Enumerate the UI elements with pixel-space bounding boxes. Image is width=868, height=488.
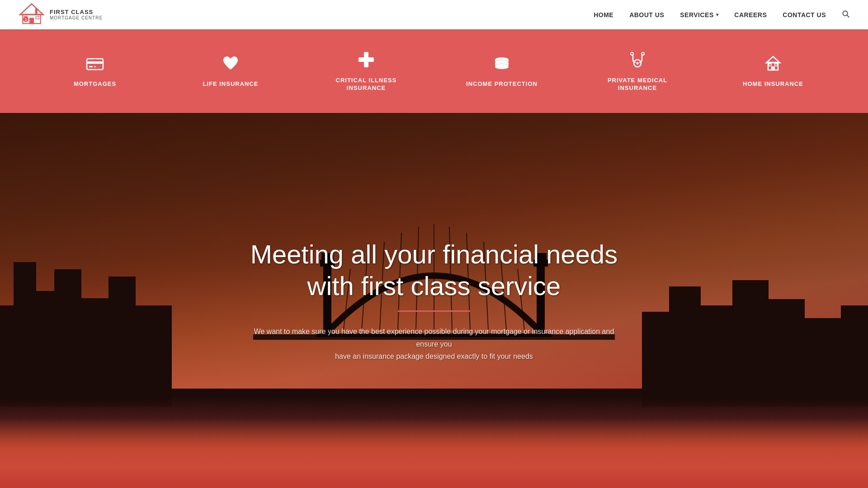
svg-point-27 <box>637 62 639 64</box>
svg-rect-30 <box>771 66 775 70</box>
critical-illness-label: CRITICAL ILLNESSINSURANCE <box>336 77 397 92</box>
search-icon[interactable] <box>842 10 850 20</box>
svg-text:$: $ <box>94 58 96 61</box>
svg-rect-11 <box>87 61 103 64</box>
income-protection-label: INCOME PROTECTION <box>466 80 538 88</box>
nav-about[interactable]: ABOUT US <box>629 11 664 19</box>
hero-content: Meeting all your financial needswith fir… <box>231 239 637 362</box>
home-insurance-icon <box>764 54 782 75</box>
services-dropdown-arrow: ▾ <box>716 12 719 17</box>
svg-text:1: 1 <box>25 18 27 22</box>
service-home-insurance[interactable]: HOME INSURANCE <box>705 54 841 88</box>
nav-home[interactable]: HOME <box>594 11 613 19</box>
svg-rect-4 <box>36 16 39 19</box>
critical-illness-icon <box>357 51 375 71</box>
svg-point-8 <box>843 11 848 16</box>
hero-divider <box>398 310 470 312</box>
logo-text: FIRST CLASS MORTGAGE CENTRE <box>50 9 103 20</box>
logo[interactable]: 1 FIRST CLASS MORTGAGE CENTRE <box>18 2 103 27</box>
life-insurance-label: LIFE INSURANCE <box>203 80 258 88</box>
svg-rect-32 <box>775 64 777 66</box>
private-medical-icon <box>628 51 646 71</box>
nav-careers[interactable]: CAREERS <box>734 11 767 19</box>
service-income-protection[interactable]: INCOME PROTECTION <box>434 54 570 88</box>
service-private-medical[interactable]: PRIVATE MEDICALINSURANCE <box>570 51 705 92</box>
svg-rect-31 <box>769 64 771 66</box>
nav-contact[interactable]: CONTACT US <box>783 11 826 19</box>
site-header: 1 FIRST CLASS MORTGAGE CENTRE HOME ABOUT… <box>0 0 868 29</box>
mortgages-label: MORTGAGES <box>74 80 116 88</box>
hero-red-overlay <box>0 398 868 488</box>
home-insurance-label: HOME INSURANCE <box>743 80 803 88</box>
service-critical-illness[interactable]: CRITICAL ILLNESSINSURANCE <box>298 51 434 92</box>
svg-marker-0 <box>20 4 43 15</box>
income-protection-icon <box>493 54 511 75</box>
service-life-insurance[interactable]: LIFE INSURANCE <box>163 54 298 88</box>
mortgages-icon: $ <box>86 54 104 75</box>
hero-subtitle: We want to make sure you have the best e… <box>249 325 619 362</box>
hero-title: Meeting all your financial needswith fir… <box>249 239 619 301</box>
private-medical-label: PRIVATE MEDICALINSURANCE <box>608 77 667 92</box>
main-nav: HOME ABOUT US SERVICES ▾ CAREERS CONTACT… <box>594 10 850 20</box>
svg-line-9 <box>847 15 849 17</box>
svg-point-26 <box>642 52 644 55</box>
svg-point-23 <box>495 65 509 69</box>
svg-rect-2 <box>29 18 34 23</box>
life-insurance-icon <box>222 54 240 75</box>
svg-rect-16 <box>359 57 374 62</box>
hero-section: Meeting all your financial needswith fir… <box>0 113 868 488</box>
svg-rect-5 <box>35 9 38 14</box>
nav-services[interactable]: SERVICES ▾ <box>680 11 718 19</box>
logo-name-line2: MORTGAGE CENTRE <box>50 15 103 20</box>
logo-name-line1: FIRST CLASS <box>50 9 103 15</box>
svg-point-13 <box>94 66 96 67</box>
svg-rect-12 <box>89 66 93 67</box>
logo-icon: 1 <box>18 2 45 27</box>
svg-point-25 <box>631 52 633 55</box>
service-mortgages[interactable]: $ MORTGAGES <box>27 54 163 88</box>
service-bar: $ MORTGAGES LIFE INSURANCE CRITICAL ILLN… <box>0 29 868 113</box>
